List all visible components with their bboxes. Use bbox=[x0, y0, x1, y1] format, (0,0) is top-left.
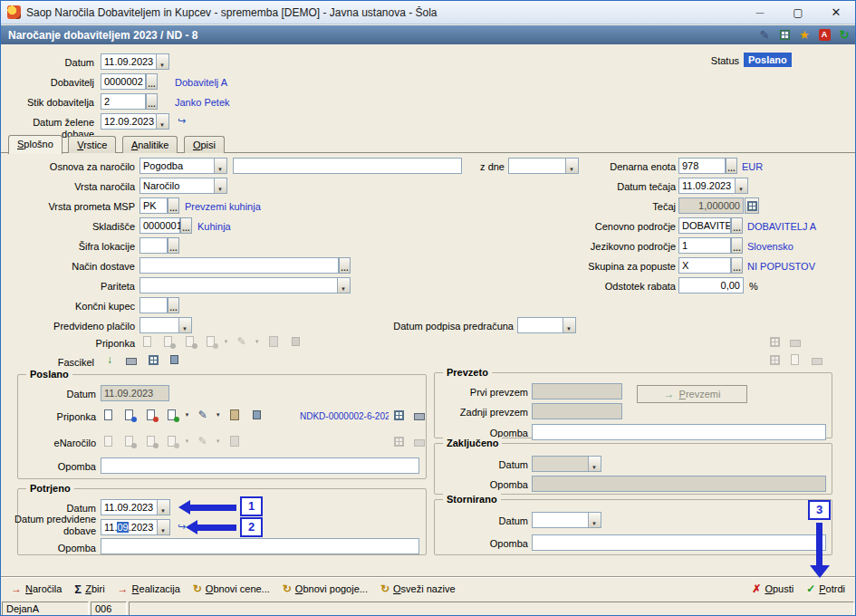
vrsta-narocila-combo[interactable]: Naročilo bbox=[139, 178, 227, 194]
denarna-enota-field[interactable]: 978 bbox=[678, 158, 726, 174]
chevron-down-icon[interactable] bbox=[178, 318, 191, 332]
chevron-down-icon[interactable] bbox=[157, 500, 169, 515]
chevron-down-icon[interactable] bbox=[214, 178, 226, 193]
vrsta-prometa-name-link[interactable]: Prevzemi kuhinja bbox=[185, 201, 261, 212]
osnova-text-field[interactable] bbox=[233, 158, 462, 174]
attachment-edit-icon[interactable] bbox=[160, 334, 178, 350]
zbiri-button[interactable]: Σ Zbiri bbox=[68, 579, 111, 599]
tab-opisi[interactable]: Opisi bbox=[184, 136, 225, 153]
edit-icon[interactable]: ✎ bbox=[755, 27, 774, 43]
attachment-delete-icon[interactable] bbox=[182, 334, 199, 350]
chevron-down-icon[interactable] bbox=[157, 520, 169, 534]
chevron-down-icon[interactable] bbox=[588, 513, 601, 527]
chevron-down-icon[interactable]: ▼ bbox=[216, 438, 221, 444]
datum-podpisa-combo[interactable] bbox=[517, 317, 576, 333]
enarocilo-new-icon[interactable] bbox=[101, 434, 118, 449]
chevron-down-icon[interactable] bbox=[563, 318, 575, 332]
jezikovno-podrocje-lookup-button[interactable] bbox=[731, 237, 743, 254]
chevron-down-icon[interactable] bbox=[156, 54, 168, 69]
predvideno-placilo-combo[interactable] bbox=[139, 317, 192, 333]
skladisce-lookup-button[interactable] bbox=[180, 217, 192, 234]
attachment-add-icon[interactable]: ▼ bbox=[203, 334, 220, 350]
enarocilo-delete-icon[interactable] bbox=[143, 434, 160, 449]
chevron-down-icon[interactable] bbox=[156, 114, 168, 129]
odstotek-rabata-field[interactable]: 0,00 bbox=[678, 277, 744, 294]
vrsta-prometa-lookup-button[interactable] bbox=[168, 197, 179, 214]
potrjeno-opomba-field[interactable] bbox=[101, 538, 419, 554]
prevzeto-opomba-field[interactable] bbox=[532, 424, 826, 440]
potrjeno-dobava-combo[interactable]: 11.09.2023 bbox=[101, 519, 170, 535]
jezikovno-podrocje-field[interactable]: 1 bbox=[678, 237, 731, 254]
sifra-lokacije-lookup-button[interactable] bbox=[168, 237, 179, 254]
osnova-combo[interactable]: Pogodba bbox=[139, 158, 227, 174]
chevron-down-icon[interactable]: ▼ bbox=[184, 438, 189, 444]
obnovi-cene-button[interactable]: ↻ Obnovi cene... bbox=[187, 579, 276, 599]
skladisce-field[interactable]: 0000001 bbox=[139, 217, 180, 234]
attachment-new-icon[interactable] bbox=[101, 408, 118, 423]
opusti-button[interactable]: ✗ Opusti bbox=[745, 579, 800, 599]
osvezi-nazive-button[interactable]: ↻ Osveži nazive bbox=[374, 579, 462, 599]
denarna-enota-name-link[interactable]: EUR bbox=[742, 161, 763, 172]
attachment-preview-icon[interactable] bbox=[390, 408, 408, 423]
nacin-dostave-field[interactable] bbox=[139, 257, 339, 274]
attachment-print-icon[interactable] bbox=[787, 334, 804, 350]
minimize-button[interactable] bbox=[741, 2, 779, 24]
potrdi-button[interactable]: ✓ Potrdi bbox=[800, 579, 851, 599]
tab-splosno[interactable]: Splošno bbox=[8, 135, 63, 154]
chevron-down-icon[interactable]: ▼ bbox=[223, 339, 228, 344]
attachment-print-icon[interactable] bbox=[411, 408, 428, 423]
stik-name-link[interactable]: Janko Petek bbox=[175, 97, 230, 108]
cenovno-podrocje-field[interactable]: DOBAVITELJ bbox=[678, 217, 731, 234]
maximize-button[interactable] bbox=[779, 2, 817, 24]
jezikovno-podrocje-name-link[interactable]: Slovensko bbox=[747, 241, 793, 252]
enarocilo-edit-icon[interactable] bbox=[121, 434, 139, 449]
realizacija-button[interactable]: → Realizacija bbox=[111, 579, 187, 599]
skladisce-name-link[interactable]: Kuhinja bbox=[197, 221, 231, 232]
sifra-lokacije-field[interactable] bbox=[139, 237, 168, 254]
attachment-paste-icon[interactable] bbox=[265, 334, 283, 350]
export-table-icon[interactable] bbox=[775, 27, 793, 43]
fascikel-send-icon[interactable] bbox=[787, 352, 804, 368]
stornirano-opomba-field[interactable] bbox=[532, 534, 826, 551]
pdf-export-icon[interactable]: A bbox=[815, 27, 833, 43]
dobavitelj-lookup-button[interactable] bbox=[146, 73, 158, 90]
prevzemi-button[interactable]: → Prevzemi bbox=[637, 385, 747, 403]
skupina-popuste-name-link[interactable]: NI POPUSTOV bbox=[747, 261, 815, 272]
koncni-kupec-field[interactable] bbox=[139, 297, 168, 313]
datum-tecaja-combo[interactable]: 11.09.2023 bbox=[678, 178, 748, 194]
stik-field[interactable]: 2 bbox=[101, 93, 146, 110]
enarocilo-add-icon[interactable]: ▼ bbox=[164, 434, 181, 449]
refresh-green-icon[interactable]: ↻ bbox=[835, 27, 853, 43]
pariteta-combo[interactable] bbox=[139, 277, 351, 294]
vrsta-prometa-field[interactable]: PK bbox=[139, 197, 168, 214]
enarocilo-print-icon[interactable] bbox=[411, 434, 428, 449]
copy-date-icon[interactable]: ↪ bbox=[175, 114, 188, 129]
attachment-preview-icon[interactable] bbox=[766, 334, 784, 350]
poslano-document-link[interactable]: NDKD-0000002-6-2023-NI bbox=[300, 411, 389, 421]
enarocilo-open-icon[interactable]: ▼ bbox=[196, 434, 213, 449]
poslano-opomba-field[interactable] bbox=[101, 457, 419, 474]
calculator-icon[interactable] bbox=[745, 197, 759, 214]
skupina-popuste-lookup-button[interactable] bbox=[731, 257, 743, 274]
fascikel-export-icon[interactable] bbox=[809, 352, 826, 368]
attachment-add-icon[interactable]: ▼ bbox=[164, 408, 181, 423]
fascikel-add-icon[interactable]: ↓ bbox=[102, 352, 120, 368]
enarocilo-paste-icon[interactable] bbox=[226, 434, 244, 449]
chevron-down-icon[interactable]: ▼ bbox=[216, 412, 221, 418]
zelena-dobava-field[interactable]: 12.09.2023 bbox=[101, 113, 169, 130]
attachment-open-icon[interactable]: ▼ bbox=[235, 334, 252, 350]
narocila-button[interactable]: → Naročila bbox=[5, 579, 68, 599]
attachment-delete-icon[interactable] bbox=[143, 408, 160, 423]
dobavitelj-field[interactable]: 0000002 bbox=[101, 73, 146, 90]
chevron-down-icon[interactable] bbox=[214, 159, 226, 173]
cenovno-podrocje-name-link[interactable]: DOBAVITELJ A bbox=[747, 221, 816, 232]
tab-analitike[interactable]: Analitike bbox=[122, 136, 178, 153]
koncni-kupec-lookup-button[interactable] bbox=[168, 297, 179, 313]
favorites-star-icon[interactable]: ★ bbox=[795, 27, 813, 43]
close-button[interactable] bbox=[817, 2, 855, 24]
enarocilo-preview-icon[interactable] bbox=[390, 434, 408, 449]
tab-vrstice[interactable]: Vrstice bbox=[68, 136, 116, 153]
nacin-dostave-lookup-button[interactable] bbox=[339, 257, 351, 274]
fascikel-archive-icon[interactable] bbox=[166, 352, 183, 368]
obnovi-pogoje-button[interactable]: ↻ Obnovi pogoje... bbox=[276, 579, 374, 599]
